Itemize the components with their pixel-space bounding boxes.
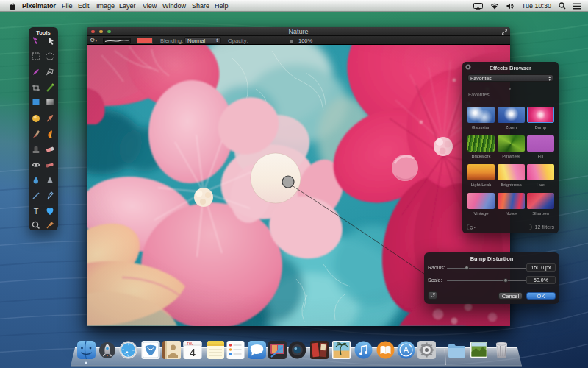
svg-text:T: T [34,207,39,216]
svg-text:4: 4 [190,346,196,358]
svg-text:A: A [403,345,409,355]
svg-text:THU: THU [187,342,193,346]
